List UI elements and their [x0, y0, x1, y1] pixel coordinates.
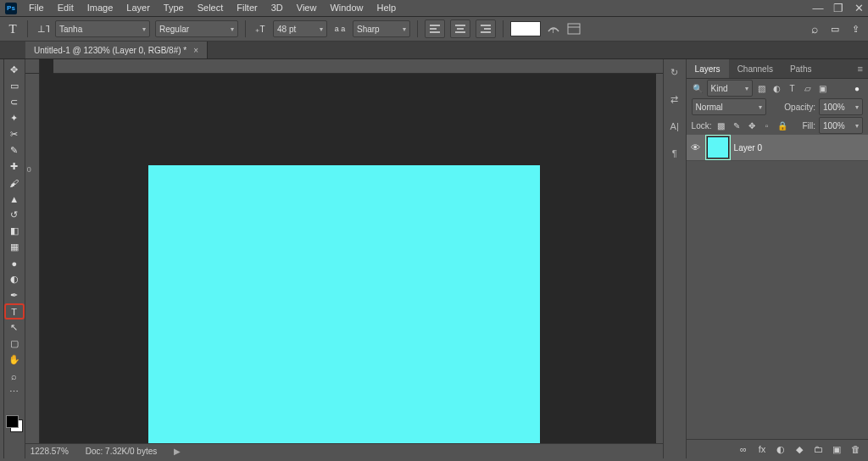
text-orientation-button[interactable]: ⊥T	[35, 21, 50, 36]
window-maximize-button[interactable]: ❐	[829, 2, 848, 14]
filter-smart-icon[interactable]: ▣	[817, 82, 829, 94]
font-size-dropdown[interactable]: 48 pt▾	[273, 20, 327, 37]
move-tool[interactable]: ✥	[5, 63, 24, 77]
layer-row[interactable]: 👁 Layer 0	[687, 135, 868, 161]
link-layers-icon[interactable]: ∞	[737, 443, 749, 455]
properties-panel-icon[interactable]: ⇄	[667, 92, 682, 107]
panel-menu-icon[interactable]: ≡	[853, 59, 868, 78]
menu-layer[interactable]: Layer	[120, 0, 157, 16]
crop-tool[interactable]: ✂	[5, 127, 24, 142]
text-color-swatch[interactable]	[510, 21, 541, 36]
zoom-tool[interactable]: ⌕	[5, 369, 24, 383]
window-close-button[interactable]: ✕	[849, 2, 868, 14]
status-zoom[interactable]: 1228.57%	[31, 447, 69, 456]
canvas-viewport[interactable]	[40, 74, 656, 443]
antialias-dropdown[interactable]: Sharp▾	[353, 20, 410, 37]
lasso-tool[interactable]: ⊂	[5, 95, 24, 109]
group-icon[interactable]: 🗀	[812, 443, 824, 455]
lock-position-icon[interactable]: ✥	[746, 119, 758, 131]
filter-shape-icon[interactable]: ▱	[802, 82, 814, 94]
menu-type[interactable]: Type	[157, 0, 191, 16]
history-brush-tool[interactable]: ↺	[5, 208, 24, 222]
history-panel-icon[interactable]: ↻	[667, 64, 682, 80]
layer-thumbnail[interactable]	[707, 136, 729, 158]
eyedropper-tool[interactable]: ✎	[5, 143, 24, 158]
fill-value: 100%	[823, 121, 845, 131]
opacity-dropdown[interactable]: 100%▾	[819, 98, 863, 115]
arrange-documents-button[interactable]: ▭	[827, 21, 843, 36]
filter-adjust-icon[interactable]: ◐	[771, 82, 783, 94]
document-tab[interactable]: Untitled-1 @ 1230% (Layer 0, RGB/8#) * ×	[25, 42, 208, 58]
close-icon[interactable]: ×	[193, 46, 198, 55]
menu-select[interactable]: Select	[191, 0, 231, 16]
status-doc-size[interactable]: Doc: 7.32K/0 bytes	[86, 447, 158, 456]
horizontal-ruler[interactable]	[53, 59, 663, 74]
layer-list[interactable]: 👁 Layer 0	[687, 135, 868, 439]
healing-brush-tool[interactable]: ✚	[5, 159, 24, 174]
more-tool[interactable]: ⋯	[5, 385, 24, 399]
marquee-tool[interactable]: ▭	[5, 79, 24, 93]
fill-dropdown[interactable]: 100%▾	[819, 117, 863, 134]
lock-image-icon[interactable]: ✎	[731, 119, 743, 131]
eraser-tool[interactable]: ◧	[5, 224, 24, 238]
visibility-icon[interactable]: 👁	[690, 142, 702, 153]
menu-file[interactable]: File	[22, 0, 51, 16]
layer-fx-icon[interactable]: fx	[756, 443, 768, 455]
status-flyout-icon[interactable]: ▶	[174, 447, 181, 456]
font-style-dropdown[interactable]: Regular▾	[155, 20, 238, 37]
adjustment-layer-icon[interactable]: ◆	[793, 443, 805, 455]
vertical-ruler[interactable]: 0	[25, 74, 40, 443]
rectangle-tool[interactable]: ▢	[5, 336, 24, 351]
menu-view[interactable]: View	[290, 0, 324, 16]
window-minimize-button[interactable]: —	[809, 2, 827, 14]
align-center-button[interactable]	[450, 19, 470, 38]
blur-tool[interactable]: ●	[5, 256, 24, 270]
font-style-value: Regular	[159, 25, 189, 34]
layer-mask-icon[interactable]: ◐	[775, 443, 787, 455]
vertical-scrollbar[interactable]	[656, 74, 663, 443]
paragraph-panel-icon[interactable]: ¶	[667, 146, 682, 161]
filter-pixel-icon[interactable]: ▧	[756, 82, 768, 94]
dodge-tool[interactable]: ◐	[5, 272, 24, 286]
clone-stamp-tool[interactable]: ▲	[5, 192, 24, 206]
layer-name[interactable]: Layer 0	[734, 143, 762, 153]
filter-type-icon[interactable]: T	[787, 82, 798, 94]
layers-footer: ∞ fx ◐ ◆ 🗀 ▣ 🗑	[687, 439, 868, 458]
type-tool[interactable]: T	[5, 304, 24, 319]
warp-text-button[interactable]: T	[546, 21, 561, 36]
lock-all-icon[interactable]: 🔒	[776, 119, 788, 131]
share-button[interactable]: ⇪	[848, 21, 863, 36]
menu-help[interactable]: Help	[370, 0, 403, 16]
filter-toggle-icon[interactable]: ●	[851, 82, 863, 94]
brush-tool[interactable]: 🖌	[5, 175, 24, 190]
character-panel-icon[interactable]: A|	[667, 119, 682, 134]
ruler-origin[interactable]	[25, 59, 40, 74]
menu-filter[interactable]: Filter	[230, 0, 264, 16]
font-family-dropdown[interactable]: Tanha▾	[55, 20, 150, 37]
align-right-button[interactable]	[476, 19, 496, 38]
layer-filter-kind-dropdown[interactable]: Kind▾	[707, 80, 753, 97]
search-icon[interactable]: ⌕	[807, 21, 822, 36]
canvas[interactable]	[148, 165, 540, 443]
tab-layers[interactable]: Layers	[687, 59, 729, 78]
delete-layer-icon[interactable]: 🗑	[849, 443, 861, 455]
menu-image[interactable]: Image	[81, 0, 120, 16]
hand-tool[interactable]: ✋	[5, 353, 24, 367]
menu-edit[interactable]: Edit	[51, 0, 81, 16]
gradient-tool[interactable]: ▦	[5, 240, 24, 254]
character-panel-button[interactable]	[566, 21, 581, 36]
lock-transparent-icon[interactable]: ▩	[715, 119, 727, 131]
pen-tool[interactable]: ✒	[5, 288, 24, 303]
blend-mode-dropdown[interactable]: Normal▾	[692, 98, 766, 115]
tab-paths[interactable]: Paths	[782, 59, 821, 78]
foreground-color-swatch[interactable]	[6, 415, 19, 428]
path-select-tool[interactable]: ↖	[5, 320, 24, 335]
foreground-background-swatch[interactable]	[5, 414, 24, 433]
magic-wand-tool[interactable]: ✦	[5, 111, 24, 125]
menu-3d[interactable]: 3D	[264, 0, 290, 16]
lock-artboard-icon[interactable]: ▫	[761, 119, 773, 131]
align-left-button[interactable]	[425, 19, 445, 38]
new-layer-icon[interactable]: ▣	[831, 443, 843, 455]
tab-channels[interactable]: Channels	[729, 59, 782, 78]
menu-window[interactable]: Window	[323, 0, 370, 16]
